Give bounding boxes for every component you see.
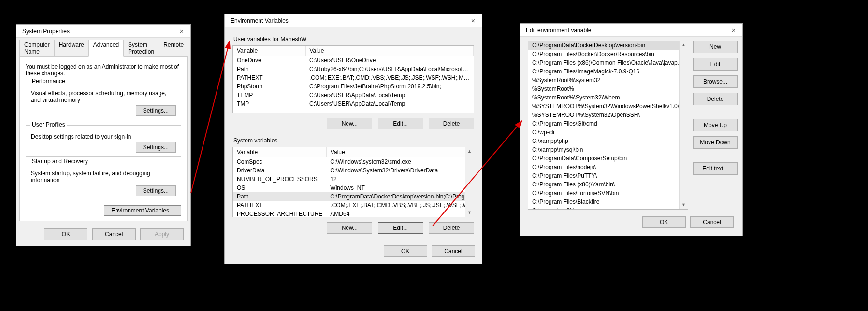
scroll-down-icon[interactable]: ▼ — [465, 209, 474, 217]
list-item[interactable]: C:\ProgramData\DockerDesktop\version-bin — [528, 41, 688, 50]
list-item[interactable]: C:\wp-cli — [528, 128, 688, 137]
user-delete-button[interactable]: Delete — [429, 118, 474, 129]
list-item[interactable]: C:\Program Files (x86)\Common Files\Orac… — [528, 58, 688, 67]
tab-system-protection[interactable]: System Protection — [123, 40, 159, 57]
performance-group: Performance Visual effects, processor sc… — [26, 82, 181, 120]
cell-value: C:\Users\USER\OneDrive — [305, 56, 474, 65]
table-row[interactable]: PathC:\ProgramData\DockerDesktop\version… — [233, 192, 474, 201]
system-variables-table[interactable]: Variable Value ComSpecC:\Windows\system3… — [232, 147, 474, 217]
column-variable[interactable]: Variable — [233, 147, 326, 157]
cell-value: C:\Windows\system32\cmd.exe — [326, 157, 474, 167]
ok-button[interactable]: OK — [384, 245, 427, 257]
close-icon[interactable]: × — [468, 17, 478, 25]
list-item[interactable]: C:\Program Files\Git\cmd — [528, 119, 688, 128]
user-profiles-legend: User Profiles — [30, 121, 67, 128]
list-item[interactable]: C:\Program Files\nodejs\ — [528, 163, 688, 171]
list-item[interactable]: C:\xampp\mysql\bin — [528, 145, 688, 154]
table-row[interactable]: DriverDataC:\Windows\System32\Drivers\Dr… — [233, 166, 474, 175]
table-row[interactable]: TMPC:\Users\USER\AppData\Local\Temp — [233, 99, 474, 108]
table-row[interactable]: ComSpecC:\Windows\system32\cmd.exe — [233, 157, 474, 167]
cell-variable: PATHEXT — [233, 73, 305, 82]
scrollbar[interactable]: ▲ ▼ — [679, 41, 688, 209]
list-item[interactable]: %SystemRoot%\system32 — [528, 76, 688, 85]
scroll-down-icon[interactable]: ▼ — [680, 201, 688, 209]
user-new-button[interactable]: New... — [327, 118, 372, 129]
system-edit-button[interactable]: Edit... — [378, 222, 423, 234]
tab-computer-name[interactable]: Computer Name — [19, 40, 55, 57]
cancel-button[interactable]: Cancel — [92, 228, 136, 240]
cell-value: Windows_NT — [326, 184, 474, 192]
svg-line-0 — [191, 41, 230, 193]
tab-hardware[interactable]: Hardware — [54, 40, 89, 57]
user-edit-button[interactable]: Edit... — [378, 118, 423, 129]
performance-settings-button[interactable]: Settings... — [136, 105, 176, 116]
table-row[interactable]: NUMBER_OF_PROCESSORS12 — [233, 175, 474, 184]
system-new-button[interactable]: New... — [327, 222, 372, 234]
column-variable[interactable]: Variable — [233, 46, 305, 56]
cell-value: C:\Ruby26-x64\bin;C:\Users\USER\AppData\… — [305, 65, 474, 73]
tabstrip: Computer Name Hardware Advanced System P… — [16, 38, 190, 57]
user-variables-table[interactable]: Variable Value OneDriveC:\Users\USER\One… — [232, 45, 474, 113]
user-profiles-settings-button[interactable]: Settings... — [136, 142, 176, 153]
table-row[interactable]: TEMPC:\Users\USER\AppData\Local\Temp — [233, 91, 474, 99]
advanced-tab-panel: You must be logged on as an Administrato… — [19, 56, 188, 221]
cancel-button[interactable]: Cancel — [432, 245, 475, 257]
system-variables-label: System variables — [233, 137, 474, 144]
list-item[interactable]: C:\ProgramData\ComposerSetup\bin — [528, 154, 688, 163]
browse-button[interactable]: Browse... — [693, 75, 738, 88]
system-delete-button[interactable]: Delete — [429, 222, 474, 234]
list-item[interactable]: %SYSTEMROOT%\System32\WindowsPowerShell\… — [528, 102, 688, 111]
user-profiles-group: User Profiles Desktop settings related t… — [26, 125, 181, 157]
cell-value: C:\ProgramData\DockerDesktop\version-bin… — [326, 192, 474, 201]
list-item[interactable]: C:\Program Files\Blackfire — [528, 198, 688, 206]
tab-advanced[interactable]: Advanced — [88, 40, 124, 57]
tab-remote[interactable]: Remote — [159, 40, 188, 57]
ok-button[interactable]: OK — [642, 216, 686, 228]
list-item[interactable]: C:\Program Files\Docker\Docker\Resources… — [528, 50, 688, 58]
table-row[interactable]: PhpStormC:\Program Files\JetBrains\PhpSt… — [233, 82, 474, 91]
table-row[interactable]: OSWindows_NT — [233, 184, 474, 192]
new-button[interactable]: New — [693, 41, 738, 53]
cell-variable: TEMP — [233, 91, 305, 99]
table-row[interactable]: PATHEXT.COM;.EXE;.BAT;.CMD;.VBS;.VBE;.JS… — [233, 201, 474, 210]
table-row[interactable]: OneDriveC:\Users\USER\OneDrive — [233, 56, 474, 65]
dialog-title: System Properties — [22, 28, 70, 35]
edit-button[interactable]: Edit — [693, 58, 738, 71]
apply-button[interactable]: Apply — [140, 228, 184, 240]
move-up-button[interactable]: Move Up — [693, 119, 738, 131]
environment-variables-button[interactable]: Environment Variables... — [104, 205, 181, 216]
list-item[interactable]: C:\xampp\perl\bin — [528, 206, 688, 210]
column-value[interactable]: Value — [326, 147, 474, 157]
table-row[interactable]: PathC:\Ruby26-x64\bin;C:\Users\USER\AppD… — [233, 65, 474, 73]
delete-button[interactable]: Delete — [693, 93, 738, 105]
list-item[interactable]: C:\Program Files (x86)\Yarn\bin\ — [528, 180, 688, 189]
startup-recovery-group: Startup and Recovery System startup, sys… — [26, 162, 181, 200]
list-item[interactable]: C:\Program Files\PuTTY\ — [528, 171, 688, 180]
environment-variables-dialog: Environment Variables × User variables f… — [224, 14, 482, 264]
list-item[interactable]: %SystemRoot% — [528, 85, 688, 93]
scrollbar[interactable]: ▲ ▼ — [465, 147, 474, 217]
list-item[interactable]: %SYSTEMROOT%\System32\OpenSSH\ — [528, 111, 688, 119]
dialog-title: Edit environment variable — [526, 27, 591, 34]
close-icon[interactable]: × — [177, 28, 187, 35]
ok-button[interactable]: OK — [44, 228, 87, 240]
table-row[interactable]: PROCESSOR_ARCHITECTUREAMD64 — [233, 210, 474, 217]
list-item[interactable]: %SystemRoot%\System32\Wbem — [528, 93, 688, 102]
list-item[interactable]: C:\Program Files\TortoiseSVN\bin — [528, 189, 688, 198]
move-down-button[interactable]: Move Down — [693, 136, 738, 149]
table-row[interactable]: PATHEXT.COM;.EXE;.BAT;.CMD;.VBS;.VBE;.JS… — [233, 73, 474, 82]
column-value[interactable]: Value — [305, 46, 474, 56]
cancel-button[interactable]: Cancel — [690, 216, 734, 228]
cell-variable: ComSpec — [233, 157, 326, 167]
path-list[interactable]: C:\ProgramData\DockerDesktop\version-bin… — [528, 41, 688, 210]
list-item[interactable]: C:\Program Files\ImageMagick-7.0.9-Q16 — [528, 67, 688, 76]
titlebar: Edit environment variable × — [520, 24, 742, 37]
cell-variable: DriverData — [233, 166, 326, 175]
startup-recovery-settings-button[interactable]: Settings... — [136, 185, 176, 196]
scroll-up-icon[interactable]: ▲ — [465, 147, 474, 156]
scroll-up-icon[interactable]: ▲ — [680, 41, 688, 49]
cell-variable: OneDrive — [233, 56, 305, 65]
close-icon[interactable]: × — [729, 27, 738, 34]
list-item[interactable]: C:\xampp\php — [528, 137, 688, 145]
edit-text-button[interactable]: Edit text... — [693, 162, 738, 175]
